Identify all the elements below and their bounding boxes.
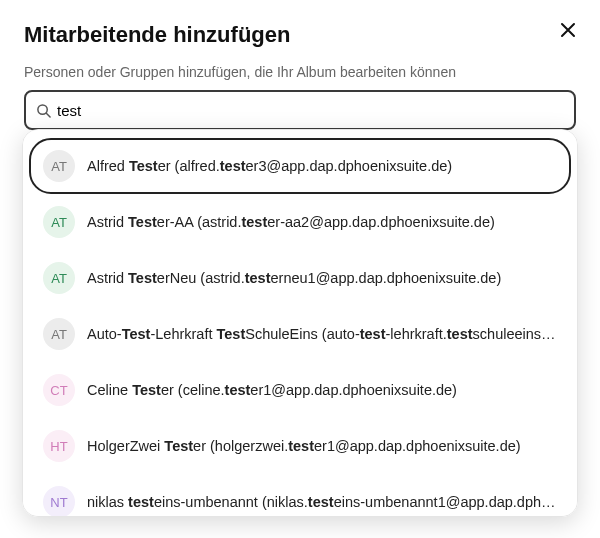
avatar: AT: [43, 150, 75, 182]
suggestion-item[interactable]: ATAlfred Tester (alfred.tester3@app.dap.…: [29, 138, 571, 194]
suggestion-label: HolgerZwei Tester (holgerzwei.tester1@ap…: [87, 438, 521, 454]
avatar: NT: [43, 486, 75, 517]
avatar: CT: [43, 374, 75, 406]
search-field[interactable]: [24, 90, 576, 130]
suggestion-label: Alfred Tester (alfred.tester3@app.dap.dp…: [87, 158, 452, 174]
suggestion-item[interactable]: ATAstrid TesterNeu (astrid.testerneu1@ap…: [29, 250, 571, 306]
avatar: AT: [43, 206, 75, 238]
avatar: AT: [43, 318, 75, 350]
svg-line-1: [46, 113, 50, 117]
dialog-subtitle: Personen oder Gruppen hinzufügen, die Ih…: [24, 64, 576, 80]
suggestion-item[interactable]: CTCeline Tester (celine.tester1@app.dap.…: [29, 362, 571, 418]
suggestion-label: Astrid TesterNeu (astrid.testerneu1@app.…: [87, 270, 501, 286]
suggestion-item[interactable]: HTHolgerZwei Tester (holgerzwei.tester1@…: [29, 418, 571, 474]
search-input[interactable]: [57, 102, 564, 119]
avatar: AT: [43, 262, 75, 294]
suggestion-item[interactable]: ATAstrid Tester-AA (astrid.tester-aa2@ap…: [29, 194, 571, 250]
dialog-title: Mitarbeitende hinzufügen: [24, 22, 576, 48]
search-icon: [36, 103, 51, 118]
suggestions-dropdown: ATAlfred Tester (alfred.tester3@app.dap.…: [22, 129, 578, 517]
close-button[interactable]: [556, 18, 580, 42]
suggestion-label: niklas testeins-umbenannt (niklas.testei…: [87, 494, 557, 510]
suggestion-item[interactable]: ATAuto-Test-Lehrkraft TestSchuleEins (au…: [29, 306, 571, 362]
suggestion-label: Astrid Tester-AA (astrid.tester-aa2@app.…: [87, 214, 495, 230]
add-collaborators-dialog: Mitarbeitende hinzufügen Personen oder G…: [0, 0, 600, 538]
suggestion-label: Celine Tester (celine.tester1@app.dap.dp…: [87, 382, 457, 398]
avatar: HT: [43, 430, 75, 462]
suggestion-item[interactable]: NTniklas testeins-umbenannt (niklas.test…: [29, 474, 571, 517]
close-icon: [560, 22, 576, 38]
suggestion-label: Auto-Test-Lehrkraft TestSchuleEins (auto…: [87, 326, 557, 342]
